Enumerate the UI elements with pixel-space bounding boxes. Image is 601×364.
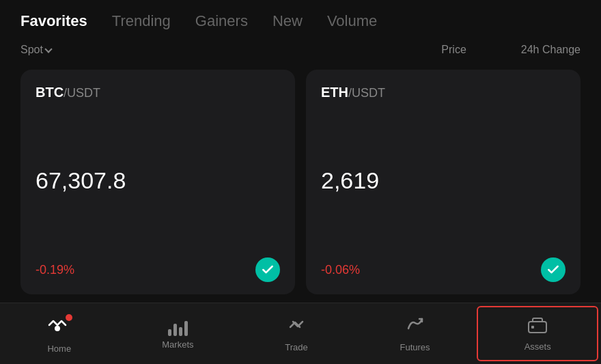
eth-change: -0.06% xyxy=(321,263,360,277)
nav-markets[interactable]: Markets xyxy=(119,303,238,364)
btc-price: 67,307.8 xyxy=(36,167,280,194)
btc-favorite-badge[interactable] xyxy=(255,257,280,282)
nav-futures-label: Futures xyxy=(400,342,430,352)
dropdown-arrow-icon xyxy=(44,45,52,53)
nav-trade-label: Trade xyxy=(285,342,307,352)
price-column-label: Price xyxy=(441,44,466,56)
nav-assets-label: Assets xyxy=(525,341,551,352)
markets-icon xyxy=(168,318,188,336)
tab-favorites[interactable]: Favorites xyxy=(20,12,87,30)
svg-point-0 xyxy=(55,326,60,331)
btc-base: BTC xyxy=(36,85,64,100)
tab-gainers[interactable]: Gainers xyxy=(195,12,248,30)
sub-header-right: Price 24h Change xyxy=(441,44,581,56)
eth-favorite-badge[interactable] xyxy=(541,257,565,282)
trade-icon xyxy=(287,315,306,339)
nav-home-label: Home xyxy=(47,344,71,354)
check-icon xyxy=(261,263,275,277)
assets-icon xyxy=(527,316,548,338)
eth-card[interactable]: ETH/USDT 2,619 -0.06% xyxy=(306,70,581,294)
notification-dot xyxy=(66,314,72,321)
spot-dropdown[interactable]: Spot xyxy=(20,44,51,56)
btc-pair: BTC/USDT xyxy=(36,85,280,100)
btc-card-bottom: -0.19% xyxy=(36,257,280,282)
check-icon xyxy=(546,263,560,277)
btc-card[interactable]: BTC/USDT 67,307.8 -0.19% xyxy=(20,70,295,294)
home-logo-icon xyxy=(46,314,72,340)
btc-quote: /USDT xyxy=(64,86,100,100)
svg-rect-1 xyxy=(529,322,546,333)
eth-card-bottom: -0.06% xyxy=(321,257,565,282)
sub-header: Spot Price 24h Change xyxy=(0,38,601,61)
eth-quote: /USDT xyxy=(348,86,385,100)
tab-volume[interactable]: Volume xyxy=(327,12,377,30)
tab-new[interactable]: New xyxy=(272,12,303,30)
spot-label: Spot xyxy=(20,44,43,56)
btc-change: -0.19% xyxy=(36,263,74,277)
nav-futures[interactable]: Futures xyxy=(356,303,475,364)
eth-price: 2,619 xyxy=(321,167,565,194)
tab-trending[interactable]: Trending xyxy=(112,12,171,30)
change-column-label: 24h Change xyxy=(521,44,581,56)
nav-home[interactable]: Home xyxy=(0,303,119,364)
eth-pair: ETH/USDT xyxy=(321,85,565,100)
nav-assets[interactable]: Assets xyxy=(477,306,598,361)
eth-base: ETH xyxy=(321,85,348,100)
cards-area: BTC/USDT 67,307.8 -0.19% ETH/USDT 2,619 … xyxy=(0,61,601,303)
top-tabs: Favorites Trending Gainers New Volume xyxy=(0,0,601,38)
nav-markets-label: Markets xyxy=(162,339,193,350)
futures-icon xyxy=(406,315,425,339)
bottom-nav: Home Markets Trade Futures xyxy=(0,303,601,364)
nav-trade[interactable]: Trade xyxy=(237,303,356,364)
svg-rect-2 xyxy=(531,326,534,328)
